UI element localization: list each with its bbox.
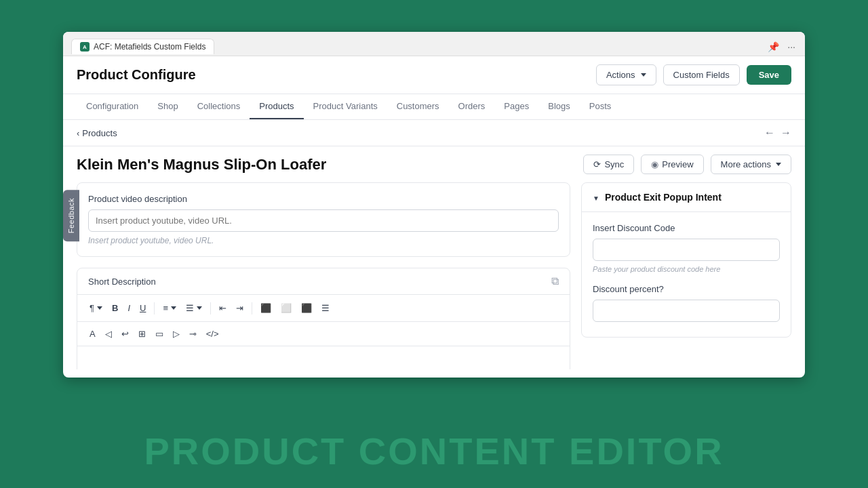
short-description-editor[interactable] bbox=[77, 346, 570, 369]
back-to-products[interactable]: ‹ Products bbox=[77, 128, 117, 138]
ol-chevron-icon bbox=[171, 306, 176, 310]
product-nav-bar: ‹ Products ← → bbox=[63, 120, 805, 146]
browser-window: A ACF: Metafields Custom Fields 📌 ··· Pr… bbox=[63, 32, 805, 378]
media-button[interactable]: ▷ bbox=[169, 326, 184, 342]
unordered-list-button[interactable]: ☰ bbox=[182, 300, 206, 316]
back-arrow-icon: ‹ bbox=[77, 128, 79, 138]
actions-chevron-icon bbox=[641, 73, 646, 77]
video-field-hint: Insert product youtube, video URL. bbox=[88, 236, 559, 245]
ol-icon: ≡ bbox=[163, 303, 168, 313]
indent-increase-button[interactable]: ⇥ bbox=[232, 300, 248, 316]
main-area: ‹ Products ← → Klein Men's Magnus Slip-O… bbox=[63, 120, 805, 378]
more-actions-label: More actions bbox=[721, 159, 771, 169]
sync-label: Sync bbox=[604, 159, 624, 169]
image-button[interactable]: ▭ bbox=[151, 326, 167, 342]
header-actions: Actions Custom Fields Save bbox=[596, 64, 791, 85]
paragraph-button[interactable]: ¶ bbox=[85, 300, 106, 316]
custom-fields-button[interactable]: Custom Fields bbox=[663, 64, 740, 85]
discount-percent-label: Discount percent? bbox=[593, 284, 780, 294]
video-description-card: Product video description Insert product… bbox=[77, 182, 570, 257]
align-right-button[interactable]: ⬛ bbox=[297, 300, 316, 316]
more-button[interactable]: ··· bbox=[786, 40, 797, 54]
more-actions-chevron-icon bbox=[776, 163, 781, 166]
left-column: Product video description Insert product… bbox=[77, 182, 581, 369]
toolbar-separator-2 bbox=[210, 302, 211, 314]
right-column: Product Exit Popup Intent Insert Discoun… bbox=[581, 182, 791, 369]
app-header: Product Configure Actions Custom Fields … bbox=[63, 56, 805, 94]
tab-orders[interactable]: Orders bbox=[449, 94, 495, 119]
short-description-card: Short Description ¶ B I U bbox=[77, 268, 570, 369]
collapse-icon bbox=[593, 191, 599, 203]
discount-code-input[interactable] bbox=[593, 239, 780, 261]
eraser-button[interactable]: ◁ bbox=[101, 326, 116, 342]
short-desc-header: Short Description bbox=[77, 268, 570, 295]
tab-collections[interactable]: Collections bbox=[188, 94, 250, 119]
italic-button[interactable]: I bbox=[123, 300, 134, 316]
tab-favicon: A bbox=[80, 42, 90, 52]
editor-toolbar-row2: A ◁ ↩ ⊞ ▭ ▷ ⊸ </> bbox=[77, 322, 570, 346]
save-button[interactable]: Save bbox=[747, 65, 791, 85]
ul-chevron-icon bbox=[197, 306, 202, 310]
banner-text: PRODUCT CONTENT EDITOR bbox=[144, 429, 724, 473]
video-url-input[interactable] bbox=[88, 209, 559, 232]
nav-tabs: Configuration Shop Collections Products … bbox=[63, 94, 805, 120]
exit-popup-title: Product Exit Popup Intent bbox=[605, 192, 722, 203]
preview-button[interactable]: Preview bbox=[641, 155, 703, 174]
exit-popup-header[interactable]: Product Exit Popup Intent bbox=[582, 183, 791, 212]
product-actions: Sync Preview More actions bbox=[583, 155, 791, 174]
prev-product-button[interactable]: ← bbox=[764, 127, 775, 139]
discount-percent-input[interactable] bbox=[593, 300, 780, 322]
bold-button[interactable]: B bbox=[108, 300, 122, 316]
ordered-list-button[interactable]: ≡ bbox=[159, 300, 180, 316]
actions-button[interactable]: Actions bbox=[596, 64, 656, 85]
nav-arrows: ← → bbox=[764, 127, 791, 139]
copy-icon[interactable] bbox=[551, 275, 559, 287]
tab-product-variants[interactable]: Product Variants bbox=[304, 94, 387, 119]
pin-button[interactable]: 📌 bbox=[766, 40, 781, 54]
paragraph-chevron-icon bbox=[97, 306, 102, 310]
preview-label: Preview bbox=[662, 159, 693, 169]
more-actions-button[interactable]: More actions bbox=[711, 155, 791, 174]
feedback-label: Feedback bbox=[67, 198, 75, 233]
browser-controls: 📌 ··· bbox=[766, 40, 797, 54]
next-product-button[interactable]: → bbox=[781, 127, 791, 139]
video-field-label: Product video description bbox=[88, 194, 559, 204]
indent-decrease-button[interactable]: ⇤ bbox=[215, 300, 231, 316]
align-center-button[interactable]: ⬜ bbox=[277, 300, 296, 316]
editor-toolbar-row1: ¶ B I U ≡ ☰ bbox=[77, 295, 570, 322]
browser-tab[interactable]: A ACF: Metafields Custom Fields bbox=[71, 39, 214, 54]
tab-pages[interactable]: Pages bbox=[494, 94, 538, 119]
tab-blogs[interactable]: Blogs bbox=[538, 94, 580, 119]
video-card-body: Product video description Insert product… bbox=[77, 183, 570, 256]
tab-shop[interactable]: Shop bbox=[148, 94, 187, 119]
preview-icon bbox=[651, 159, 658, 169]
sync-icon bbox=[593, 159, 601, 169]
back-label: Products bbox=[82, 128, 117, 138]
font-color-button[interactable]: A bbox=[85, 326, 100, 342]
ul-icon: ☰ bbox=[186, 303, 194, 313]
tab-configuration[interactable]: Configuration bbox=[77, 94, 148, 119]
product-title-bar: Klein Men's Magnus Slip-On Loafer Sync P… bbox=[63, 146, 805, 182]
tab-customers[interactable]: Customers bbox=[387, 94, 449, 119]
tab-posts[interactable]: Posts bbox=[580, 94, 621, 119]
save-label: Save bbox=[759, 70, 779, 80]
align-left-button[interactable]: ⬛ bbox=[256, 300, 275, 316]
toolbar-separator-3 bbox=[252, 302, 252, 314]
undo-button[interactable]: ↩ bbox=[117, 326, 133, 342]
app-content: Product Configure Actions Custom Fields … bbox=[63, 56, 805, 378]
hr-button[interactable]: ⊸ bbox=[185, 326, 201, 342]
browser-tab-bar: A ACF: Metafields Custom Fields 📌 ··· bbox=[63, 32, 805, 56]
discount-code-hint: Paste your product discount code here bbox=[593, 265, 780, 273]
underline-button[interactable]: U bbox=[136, 300, 150, 316]
feedback-tab[interactable]: Feedback bbox=[63, 190, 79, 241]
code-button[interactable]: </> bbox=[202, 326, 223, 342]
tab-label: ACF: Metafields Custom Fields bbox=[94, 42, 205, 52]
product-title: Klein Men's Magnus Slip-On Loafer bbox=[77, 156, 326, 174]
content-columns: Product video description Insert product… bbox=[63, 182, 805, 378]
tab-products[interactable]: Products bbox=[250, 94, 303, 119]
sync-button[interactable]: Sync bbox=[583, 155, 634, 174]
custom-fields-label: Custom Fields bbox=[673, 70, 730, 80]
justify-button[interactable]: ☰ bbox=[317, 300, 334, 316]
actions-label: Actions bbox=[606, 70, 635, 80]
table-button[interactable]: ⊞ bbox=[134, 326, 150, 342]
